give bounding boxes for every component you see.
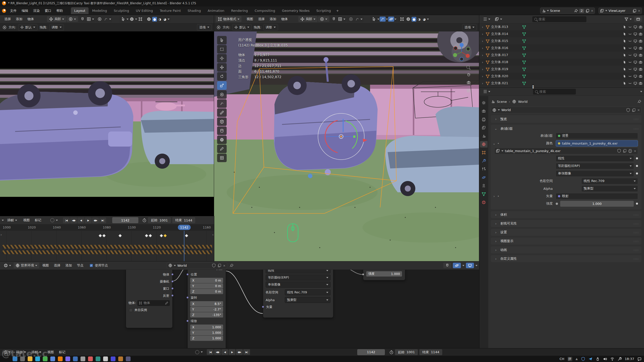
playhead[interactable] — [184, 231, 184, 261]
frame-start-field[interactable]: 起始1001 — [395, 349, 418, 355]
shader-node-canvas[interactable]: UV 物体 摄像机 窗口 反射 物体: 物体 来自实例 — [0, 270, 479, 348]
vector-component-field[interactable]: Y0 m — [190, 283, 223, 289]
outliner-row[interactable]: › 立方体.015 — [479, 37, 644, 44]
tool-move-button[interactable] — [217, 63, 227, 72]
vector-component-field[interactable]: Z1.000 — [190, 336, 223, 341]
overlays-icon[interactable] — [129, 17, 135, 22]
options-dropdown[interactable]: 选项 — [197, 24, 212, 31]
magnet-icon[interactable] — [331, 17, 337, 22]
fake-user-shield-icon[interactable] — [212, 263, 216, 267]
hide-select-toggle-icon[interactable] — [628, 67, 632, 71]
expand-icon[interactable]: › — [481, 39, 484, 43]
grid-view-icon[interactable] — [467, 88, 471, 93]
keyframe-diamond[interactable] — [144, 234, 148, 238]
hide-render-toggle-icon[interactable] — [639, 67, 642, 71]
selectable-toggle-icon[interactable] — [623, 60, 627, 64]
toggle-xray-icon[interactable] — [399, 17, 405, 22]
selectable-toggle-icon[interactable] — [623, 53, 627, 57]
node-output[interactable]: 物体 — [126, 271, 172, 278]
envtex-setting-dropdown[interactable]: 单张图像 — [266, 282, 331, 288]
selectable-toggle-icon[interactable] — [623, 39, 627, 43]
topbar-menu[interactable]: 文件 — [8, 8, 19, 14]
keyframe-diamond[interactable] — [163, 234, 167, 238]
snap-controls[interactable] — [78, 16, 95, 22]
playback-button[interactable]: ▶ — [229, 349, 235, 355]
messenger-icon[interactable] — [588, 357, 592, 361]
topbar-menu[interactable]: 渲染 — [31, 8, 42, 14]
workspace-tab[interactable]: Texture Paint — [156, 7, 184, 14]
proportional-edit-controls[interactable] — [347, 16, 364, 22]
selectable-toggle-icon[interactable] — [623, 46, 627, 50]
new-collection-button[interactable] — [634, 16, 642, 22]
tray-expand-icon[interactable]: ▲ — [576, 357, 578, 360]
magnet-icon[interactable] — [79, 17, 86, 22]
hide-select-toggle-icon[interactable] — [628, 53, 632, 57]
workspace-tab[interactable]: Animation — [205, 7, 228, 14]
rendered-shading-icon[interactable]: ◕ — [163, 17, 167, 22]
vector-component-field[interactable]: X1.000 — [190, 325, 223, 330]
object-name[interactable]: 立方体.016 — [491, 46, 521, 50]
hide-select-toggle-icon[interactable] — [628, 46, 632, 50]
expand-icon[interactable]: › — [481, 53, 484, 57]
vector-component-field[interactable]: X0 m — [190, 278, 223, 283]
use-nodes-checkbox[interactable]: ✓使用节点 — [87, 262, 111, 269]
object-name[interactable]: 立方体.020 — [491, 74, 521, 78]
object-name[interactable]: 立方体.021 — [491, 81, 521, 85]
pin-icon[interactable] — [230, 263, 234, 267]
texture-coordinate-node[interactable]: UV 物体 摄像机 窗口 反射 物体: 物体 来自实例 — [126, 270, 173, 328]
selectable-toggle-icon[interactable] — [623, 81, 627, 85]
scene-name[interactable]: Scene — [550, 9, 573, 13]
envtex-setting-dropdown[interactable]: 等距圆柱(ERP) — [266, 275, 331, 281]
left-viewport-canvas[interactable] — [0, 31, 214, 216]
pin-icon[interactable] — [637, 100, 641, 104]
keyframe-diamond[interactable] — [102, 234, 106, 238]
output-socket[interactable] — [171, 280, 174, 283]
outliner-row[interactable]: › 立方体.013 — [479, 23, 644, 30]
tab-world[interactable] — [480, 141, 488, 148]
collapsed-panel[interactable]: ›视图显示:::: — [491, 238, 641, 245]
hide-render-toggle-icon[interactable] — [639, 46, 642, 50]
color-image-button[interactable]: table_mountain_1_puresky_4k.exr — [556, 140, 638, 147]
properties-search[interactable] — [533, 89, 576, 95]
hide-viewport-toggle-icon[interactable] — [633, 81, 637, 85]
playback-button[interactable]: |◀ — [63, 217, 70, 223]
object-name[interactable]: 立方体.013 — [491, 25, 521, 29]
selectable-toggle-icon[interactable] — [623, 67, 627, 71]
expand-icon[interactable]: › — [481, 74, 484, 78]
input-socket[interactable] — [186, 320, 189, 322]
topbar-menu[interactable]: 帮助 — [54, 8, 65, 14]
node-output[interactable]: 反射 — [126, 292, 172, 299]
shader-menu[interactable]: 选择 — [51, 262, 63, 269]
material-shading-icon[interactable]: ◑ — [417, 17, 421, 22]
keyframe-diamond[interactable] — [98, 234, 102, 238]
tool-transform-button[interactable] — [217, 90, 227, 99]
antivirus-shield-icon[interactable] — [581, 357, 585, 361]
input-socket[interactable] — [262, 306, 264, 308]
collapsed-panel[interactable]: ›射线可见性:::: — [491, 220, 641, 227]
playback-button[interactable]: ▶| — [99, 217, 106, 223]
outliner-search-input[interactable] — [539, 17, 584, 21]
xray-icon[interactable] — [137, 17, 143, 22]
hide-viewport-toggle-icon[interactable] — [633, 39, 637, 43]
collapsed-panel[interactable]: ›动画:::: — [491, 246, 641, 253]
vector-input[interactable]: 矢量 — [263, 304, 333, 310]
blender-menu-icon[interactable] — [2, 9, 6, 13]
gizmo-toggles[interactable] — [119, 16, 144, 22]
viewport-menu[interactable]: 添加 — [267, 16, 279, 22]
current-frame-badge[interactable]: 1142 — [178, 225, 191, 230]
timeline-channels[interactable]: › ‹ — [0, 231, 214, 261]
image-setting-dropdown[interactable]: 单张图像 — [556, 170, 634, 177]
workspace-tab[interactable]: Geometry Nodes — [279, 7, 313, 14]
remove-viewlayer-icon[interactable]: × — [638, 9, 640, 13]
workspace-tab[interactable]: Rendering — [228, 7, 251, 14]
expand-icon[interactable]: › — [481, 32, 484, 36]
hide-select-toggle-icon[interactable] — [628, 74, 632, 78]
hide-select-toggle-icon[interactable] — [628, 81, 632, 85]
vector-component-field[interactable]: Y-2.7° — [190, 307, 223, 312]
snap-controls[interactable] — [330, 16, 346, 22]
expand-icon[interactable]: › — [481, 46, 484, 50]
unlink-icon[interactable]: × — [634, 149, 636, 153]
scroll-right-icon[interactable]: ‹ — [212, 233, 214, 237]
auto-keying-record-icon[interactable] — [50, 218, 54, 222]
playback-button[interactable]: ◀◆ — [70, 217, 77, 223]
